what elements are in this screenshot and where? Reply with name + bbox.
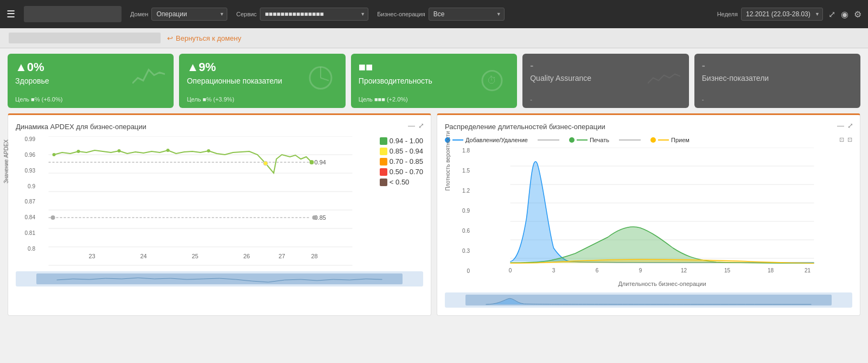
dist-mini-chart [445, 295, 852, 305]
svg-point-24 [51, 215, 55, 220]
legend-item-brown: < 0.50 [380, 178, 423, 186]
fullscreen-icon[interactable]: ⤢ [828, 9, 835, 20]
week-filter-group: Неделя 12.2021 (22.03-28.03) [717, 8, 823, 21]
svg-text:27: 27 [278, 253, 285, 259]
svg-point-20 [167, 149, 170, 152]
service-select-wrapper: ■■■■■■■■■■■■■■■ [260, 8, 368, 21]
distribution-svg: 0 3 6 9 12 15 18 21 [472, 148, 852, 278]
cards-row: ▲0% Здоровье Цель ■% (+6.0%) ▲9% Операци… [0, 48, 868, 113]
apdex-y-axis: 0.990.960.930.90.870.840.810.8 [17, 136, 35, 252]
svg-text:15: 15 [724, 268, 731, 273]
performance-card[interactable]: ■■ Производительность ⏱ Цель ■■■ (+2.0%) [351, 54, 517, 108]
apdex-y-label: Значение APDEX [3, 139, 9, 183]
apdex-mini-scroll[interactable] [16, 271, 423, 286]
apdex-mini-chart [16, 273, 423, 284]
svg-text:9: 9 [639, 268, 642, 273]
svg-text:⏱: ⏱ [487, 75, 497, 86]
dist-minimize-icon[interactable]: — [837, 122, 844, 130]
business-card[interactable]: - Бизнес-показатели - [694, 54, 860, 108]
legend-label-print: Печать [590, 137, 609, 143]
second-bar: ↩ Вернуться к домену [0, 28, 868, 48]
logo [24, 6, 122, 22]
toggle-icon[interactable]: ◉ [841, 9, 848, 20]
legend-color-red [380, 168, 387, 176]
menu-icon[interactable]: ☰ [7, 8, 15, 20]
legend-item-orange: 0.70 - 0.85 [380, 157, 423, 165]
week-label: Неделя [717, 11, 738, 17]
business-metric: - [702, 60, 853, 72]
operational-card[interactable]: ▲9% Операционные показатели Цель ■% (+3.… [179, 54, 345, 108]
legend-item-green: 0.94 - 1.00 [380, 137, 423, 145]
svg-text:28: 28 [311, 253, 317, 259]
qa-card[interactable]: - Quality Assurance - [522, 54, 688, 108]
performance-footer: Цель ■■■ (+2.0%) [359, 96, 408, 103]
back-link[interactable]: ↩ Вернуться к домену [167, 34, 241, 42]
legend-sep-2 [619, 139, 641, 141]
svg-point-22 [264, 161, 268, 165]
legend-label-red: 0.50 - 0.70 [390, 168, 423, 176]
dist-y-label: Плотность вероятности [445, 131, 451, 190]
service-select[interactable]: ■■■■■■■■■■■■■■■ [260, 8, 368, 21]
svg-point-17 [53, 153, 56, 156]
distribution-legend: Добавление/Удаление Печать Прием ⊡ ⊡ [445, 136, 852, 143]
dist-download-icon[interactable]: ⊡ [847, 136, 852, 143]
svg-text:12: 12 [681, 268, 687, 273]
apdex-minimize-icon[interactable]: — [408, 122, 415, 130]
week-select[interactable]: 12.2021 (22.03-28.03) [741, 8, 823, 21]
legend-receive: Прием [650, 137, 690, 143]
business-op-select[interactable]: Все [429, 8, 505, 21]
dist-copy-icon[interactable]: ⊡ [839, 136, 844, 143]
svg-line-2 [321, 78, 329, 81]
domain-select-wrapper: Операции [151, 8, 227, 21]
apdex-legend: 0.94 - 1.00 0.85 - 0.94 0.70 - 0.85 0.50… [380, 137, 423, 186]
legend-addition: Добавление/Удаление [445, 137, 528, 143]
legend-line-print [577, 139, 588, 141]
service-filter-group: Сервис ■■■■■■■■■■■■■■■ [236, 8, 368, 21]
page-title [9, 33, 161, 43]
svg-text:25: 25 [192, 253, 198, 259]
legend-label-receive: Прием [671, 137, 690, 143]
business-op-label: Бизнес-операция [377, 11, 425, 17]
business-op-filter-group: Бизнес-операция Все [377, 8, 505, 21]
apdex-expand-icon[interactable]: ⤢ [418, 122, 424, 130]
domain-filter-group: Домен Операции [130, 8, 227, 21]
dist-expand-icon[interactable]: ⤢ [847, 122, 853, 130]
apdex-svg: 0.94 0.85 23 24 [37, 136, 363, 266]
svg-text:6: 6 [596, 268, 599, 273]
legend-print: Печать [569, 137, 609, 143]
week-select-wrapper: 12.2021 (22.03-28.03) [741, 8, 823, 21]
legend-item-yellow: 0.85 - 0.94 [380, 147, 423, 155]
svg-text:21: 21 [805, 268, 811, 273]
back-label: Вернуться к домену [176, 34, 241, 42]
svg-text:26: 26 [243, 253, 250, 259]
operational-icon [304, 65, 337, 98]
dist-chart-controls: — ⤢ [837, 122, 853, 130]
svg-text:23: 23 [88, 253, 95, 259]
settings-icon[interactable]: ⚙ [854, 9, 861, 20]
legend-color-yellow [380, 148, 387, 155]
legend-label-yellow: 0.85 - 0.94 [390, 147, 423, 155]
distribution-chart-title: Распределение длительностей бизнес-опера… [445, 123, 852, 131]
svg-point-23 [310, 160, 314, 164]
svg-text:0: 0 [509, 268, 512, 273]
back-arrow-icon: ↩ [167, 34, 173, 42]
service-label: Сервис [236, 11, 257, 17]
top-bar: ☰ Домен Операции Сервис ■■■■■■■■■■■■■■■ … [0, 0, 868, 28]
legend-label-addition: Добавление/Удаление [465, 137, 528, 143]
top-right-controls: Неделя 12.2021 (22.03-28.03) ⤢ ◉ ⚙ [717, 8, 861, 21]
health-icon [132, 65, 165, 98]
health-card[interactable]: ▲0% Здоровье Цель ■% (+6.0%) [8, 54, 174, 108]
legend-label-green: 0.94 - 1.00 [390, 137, 423, 145]
business-title: Бизнес-показатели [702, 74, 853, 82]
business-op-select-wrapper: Все [429, 8, 505, 21]
apdex-chart-title: Динамика APDEX для бизнес-операции [16, 123, 423, 131]
legend-item-red: 0.50 - 0.70 [380, 168, 423, 176]
domain-select[interactable]: Операции [151, 8, 227, 21]
dist-mini-scroll[interactable] [445, 292, 852, 308]
domain-label: Домен [130, 11, 148, 17]
charts-row: Динамика APDEX для бизнес-операции — ⤢ 0… [0, 113, 868, 323]
qa-icon [648, 65, 680, 98]
performance-icon: ⏱ [476, 65, 508, 98]
legend-label-brown: < 0.50 [390, 178, 410, 186]
svg-point-21 [207, 149, 210, 152]
